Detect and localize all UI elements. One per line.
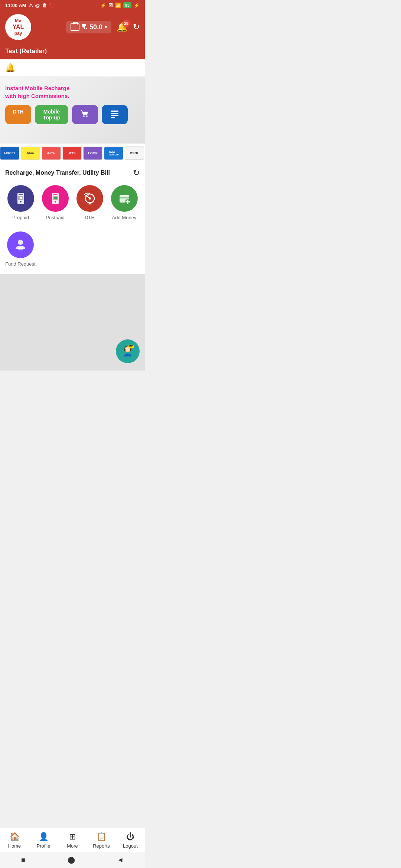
svg-point-10 [20,197,22,199]
fund-label: Fund Request [5,261,36,267]
svg-point-1 [86,115,88,117]
service-dth[interactable]: DTH [74,185,105,220]
svg-rect-5 [111,117,115,118]
header-right: ₹. 50.0 ▾ 🔔 28 ↻ [66,21,140,33]
bottom-spacer [0,371,145,403]
svg-point-25 [18,240,23,245]
operator-scroll[interactable]: AIRCEL !dea Airtel MTS LOOP TATAIndicom … [0,144,145,163]
status-bar: 11:00 AM ⚠ @ 🗑 🚫 ⚡ ☒ 📶 93 ⚡ [0,0,145,10]
cart-banner-button[interactable] [72,105,98,124]
op-aircel[interactable]: AIRCEL [0,147,19,160]
fund-icon-wrap [7,231,34,258]
postpaid-icon [48,191,62,206]
dth-icon-wrap [76,185,103,212]
support-chat-button[interactable] [116,339,140,363]
list-banner-button[interactable] [102,105,128,124]
svg-point-17 [89,197,91,200]
op-mts[interactable]: MTS [62,147,82,160]
svg-rect-32 [124,349,125,351]
svg-point-8 [20,201,22,203]
svg-point-13 [55,201,56,203]
support-agent-icon [120,343,136,359]
svg-rect-28 [20,247,21,249]
service-postpaid[interactable]: Postpaid [40,185,71,220]
gray-area [0,274,145,371]
list-icon [110,109,120,119]
svg-rect-12 [53,194,58,195]
banner: Instant Mobile Rechargewith high Commiss… [0,77,145,144]
mobile-topup-banner-button[interactable]: MobileTop-up [35,105,68,124]
dth-banner-button[interactable]: DTH [5,105,31,124]
status-right: ⚡ ☒ 📶 93 ⚡ [100,2,140,8]
time: 11:00 AM [5,3,26,8]
sim-icon: ☒ [108,3,113,8]
logo: Mø YAL pay [5,14,31,40]
prepaid-icon-wrap [7,185,34,212]
service-fund[interactable]: Fund Request [5,231,36,267]
refresh-icon[interactable]: ↻ [133,22,140,32]
op-bsnl[interactable]: BSNL [125,147,144,160]
section-refresh-icon[interactable]: ↻ [133,168,140,178]
op-airtel[interactable]: Airtel [42,147,61,160]
wallet-icon [71,23,79,31]
svg-rect-27 [19,247,20,249]
service-grid: Prepaid Postpaid D [0,181,145,228]
svg-rect-21 [120,197,129,198]
notification-row: 🔔 [0,59,145,77]
postpaid-icon-wrap [42,185,69,212]
svg-rect-35 [129,345,133,346]
service-prepaid[interactable]: Prepaid [5,185,36,220]
charging-icon: ⚡ [134,3,140,8]
op-idea[interactable]: !dea [21,147,40,160]
svg-rect-3 [111,113,118,114]
cart-icon [80,109,90,119]
battery: 93 [123,2,131,8]
op-tata[interactable]: TATAIndicom [104,147,123,160]
notification-badge: 28 [123,20,130,27]
balance-box[interactable]: ₹. 50.0 ▾ [66,21,111,33]
service-addmoney[interactable]: Add Money [109,185,140,220]
dth-icon [83,191,97,206]
svg-rect-24 [125,201,130,203]
balance-amount: ₹. 50.0 [82,23,102,31]
svg-rect-36 [129,346,132,347]
header: Mø YAL pay ₹. 50.0 ▾ 🔔 28 ↻ [0,10,145,46]
postpaid-label: Postpaid [46,215,65,220]
banner-tagline: Instant Mobile Rechargewith high Commiss… [5,84,69,100]
svg-rect-15 [54,197,57,199]
chevron-down-icon: ▾ [105,24,107,30]
delete-icon: 🗑 [42,3,47,8]
prepaid-icon [14,191,28,206]
at2-icon: 🚫 [49,3,55,8]
logo-mo: Mø [13,18,24,23]
bluetooth-icon: ⚡ [100,3,106,8]
section-header: Recharge, Money Transfer, Utility Bill ↻ [0,163,145,181]
fund-icon [13,238,27,252]
svg-rect-2 [111,111,118,112]
wifi-icon: 📶 [115,3,121,8]
section-title: Recharge, Money Transfer, Utility Bill [5,170,110,176]
dth-label: DTH [85,215,95,220]
svg-rect-33 [130,349,131,351]
banner-icons: DTH MobileTop-up [5,105,128,124]
addmoney-icon-wrap [111,185,138,212]
svg-rect-29 [22,246,23,249]
svg-rect-4 [111,115,118,116]
bell-icon: 🔔 [5,63,15,72]
logo-yal: YAL [13,23,24,30]
op-loop[interactable]: LOOP [83,147,102,160]
fund-row: Fund Request [0,228,145,274]
svg-rect-19 [88,204,92,204]
at-icon: @ [35,3,40,8]
notification-button[interactable]: 🔔 28 [117,22,128,32]
addmoney-label: Add Money [112,215,137,220]
svg-rect-7 [19,194,23,195]
logo-pay: pay [13,31,24,36]
warning-icon: ⚠ [29,3,33,8]
user-name: Test (Retailer) [0,46,145,59]
svg-point-0 [83,115,85,117]
status-left: 11:00 AM ⚠ @ 🗑 🚫 [5,3,55,8]
addmoney-icon [117,191,131,206]
prepaid-label: Prepaid [12,215,29,220]
